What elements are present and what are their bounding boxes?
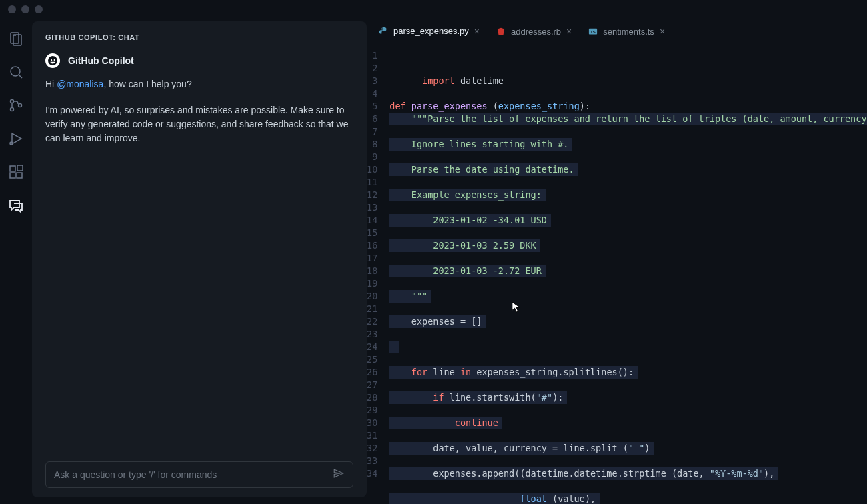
line-number: 32 xyxy=(367,442,377,455)
line-number: 6 xyxy=(367,113,377,125)
code-line[interactable]: 2023-01-02 -34.01 USD xyxy=(389,214,551,227)
code-line[interactable]: expenses.append((datetime.datetime.strpt… xyxy=(389,467,778,480)
bot-header: GitHub Copilot xyxy=(45,53,353,68)
search-icon[interactable] xyxy=(8,64,24,80)
code-line[interactable]: 2023-01-03 -2.72 EUR xyxy=(389,265,546,277)
line-number: 14 xyxy=(367,214,377,227)
chat-disclaimer: I'm powered by AI, so surprises and mist… xyxy=(45,103,353,145)
tab-label: addresses.rb xyxy=(511,27,561,37)
run-debug-icon[interactable] xyxy=(8,131,24,147)
code-line[interactable]: if line.startswith("#"): xyxy=(389,391,567,404)
code-line[interactable]: 2023-01-03 2.59 DKK xyxy=(389,239,540,252)
code-line[interactable]: for line in expenses_string.splitlines()… xyxy=(389,366,638,379)
activity-bar xyxy=(0,19,32,504)
tab-sentiments-ts[interactable]: TSsentiments.ts× xyxy=(580,19,674,44)
svg-point-5 xyxy=(19,104,22,107)
code-line[interactable]: continue xyxy=(389,417,502,429)
line-number: 12 xyxy=(367,189,377,201)
bot-name: GitHub Copilot xyxy=(68,55,134,66)
code-line[interactable]: """ xyxy=(389,290,431,303)
line-number: 9 xyxy=(367,151,377,163)
close-window-icon[interactable] xyxy=(8,5,16,13)
tab-bar: parse_expenses.py×addresses.rb×TSsentime… xyxy=(367,19,867,44)
main-area: GITHUB COPILOT: CHAT GitHub Copilot Hi @… xyxy=(0,19,867,504)
line-number: 13 xyxy=(367,201,377,214)
mention: @monalisa xyxy=(57,79,103,89)
tab-label: parse_expenses.py xyxy=(393,26,469,36)
line-number: 29 xyxy=(367,404,377,417)
line-number: 2 xyxy=(367,62,377,75)
code-line[interactable]: def parse_expenses (expenses_string): xyxy=(389,101,590,111)
line-number: 26 xyxy=(367,366,377,379)
panel-title: GITHUB COPILOT: CHAT xyxy=(32,33,367,53)
close-icon[interactable]: × xyxy=(660,26,665,37)
code-editor[interactable]: 1234567891011121314151617181920212223242… xyxy=(367,44,867,504)
tab-label: sentiments.ts xyxy=(603,27,654,37)
code-line[interactable]: Parse the date using datetime. xyxy=(389,163,578,176)
chat-icon[interactable] xyxy=(8,197,24,213)
greeting-prefix: Hi xyxy=(45,79,57,89)
close-icon[interactable]: × xyxy=(474,26,480,37)
line-number-gutter: 1234567891011121314151617181920212223242… xyxy=(367,49,389,504)
chat-body: GitHub Copilot Hi @monalisa, how can I h… xyxy=(32,53,367,461)
line-number: 34 xyxy=(367,467,377,480)
source-control-icon[interactable] xyxy=(8,97,24,113)
svg-rect-9 xyxy=(17,173,22,178)
extensions-icon[interactable] xyxy=(8,164,24,180)
code-line[interactable]: Ignore lines starting with #. xyxy=(389,138,572,151)
svg-text:TS: TS xyxy=(590,29,596,34)
line-number: 25 xyxy=(367,353,377,366)
line-number: 7 xyxy=(367,125,377,138)
line-number: 10 xyxy=(367,163,377,176)
maximize-window-icon[interactable] xyxy=(35,5,43,13)
code-line[interactable] xyxy=(389,341,399,353)
line-number: 15 xyxy=(367,227,377,239)
line-number: 17 xyxy=(367,252,377,265)
greeting-suffix: , how can I help you? xyxy=(103,79,191,89)
code-content[interactable]: import datetime def parse_expenses (expe… xyxy=(389,49,867,504)
chat-input[interactable] xyxy=(45,461,353,488)
line-number: 1 xyxy=(367,49,377,62)
rb-file-icon xyxy=(496,27,506,36)
tab-parse_expenses-py[interactable]: parse_expenses.py× xyxy=(371,19,488,44)
close-icon[interactable]: × xyxy=(566,26,572,37)
svg-rect-7 xyxy=(10,166,15,171)
tab-addresses-rb[interactable]: addresses.rb× xyxy=(488,19,580,44)
mouse-cursor-icon xyxy=(512,301,521,313)
line-number: 28 xyxy=(367,391,377,404)
line-number: 30 xyxy=(367,417,377,429)
code-line[interactable]: expenses = [] xyxy=(389,315,486,328)
svg-rect-10 xyxy=(17,165,23,171)
line-number: 27 xyxy=(367,379,377,391)
svg-point-2 xyxy=(11,67,20,76)
minimize-window-icon[interactable] xyxy=(21,5,29,13)
code-line[interactable]: import datetime xyxy=(422,75,504,86)
copilot-avatar-icon xyxy=(45,53,60,68)
code-line[interactable]: Example expenses_string: xyxy=(389,189,546,201)
line-number: 4 xyxy=(367,87,377,100)
ts-file-icon: TS xyxy=(588,27,598,36)
line-number: 19 xyxy=(367,277,377,290)
line-number: 11 xyxy=(367,176,377,189)
line-number: 5 xyxy=(367,100,377,113)
chat-greeting: Hi @monalisa, how can I help you? xyxy=(45,77,353,91)
code-line[interactable]: date, value, currency = line.split (" ") xyxy=(389,442,654,455)
send-icon[interactable] xyxy=(333,467,345,482)
line-number: 18 xyxy=(367,265,377,277)
line-number: 21 xyxy=(367,303,377,315)
code-line[interactable] xyxy=(389,88,395,99)
code-line[interactable]: float (value), xyxy=(389,493,600,504)
explorer-icon[interactable] xyxy=(8,31,24,47)
code-line[interactable]: """Parse the list of expenses and return… xyxy=(389,113,867,125)
svg-point-3 xyxy=(11,100,14,103)
line-number: 22 xyxy=(367,315,377,328)
line-number: 23 xyxy=(367,328,377,341)
editor-area: parse_expenses.py×addresses.rb×TSsentime… xyxy=(367,19,867,504)
copilot-chat-panel: GITHUB COPILOT: CHAT GitHub Copilot Hi @… xyxy=(32,21,367,497)
svg-point-6 xyxy=(10,142,13,145)
line-number: 3 xyxy=(367,75,377,87)
chat-input-field[interactable] xyxy=(54,469,326,480)
line-number: 33 xyxy=(367,455,377,467)
line-number: 16 xyxy=(367,239,377,252)
py-file-icon xyxy=(379,27,388,36)
